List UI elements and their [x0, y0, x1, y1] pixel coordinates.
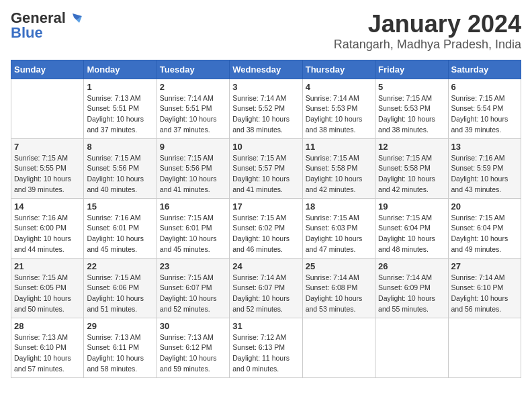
day-info: Sunrise: 7:13 AM Sunset: 5:51 PM Dayligh… — [87, 93, 153, 136]
day-number: 28 — [14, 321, 81, 331]
column-header-sunday: Sunday — [11, 60, 84, 79]
day-info: Sunrise: 7:13 AM Sunset: 6:11 PM Dayligh… — [87, 332, 153, 375]
day-number: 30 — [160, 321, 226, 331]
day-number: 3 — [232, 82, 299, 92]
day-info: Sunrise: 7:15 AM Sunset: 6:05 PM Dayligh… — [14, 273, 81, 315]
day-info: Sunrise: 7:14 AM Sunset: 6:08 PM Dayligh… — [306, 273, 372, 315]
calendar-cell: 16Sunrise: 7:15 AM Sunset: 6:01 PM Dayli… — [157, 198, 229, 258]
column-header-friday: Friday — [375, 60, 448, 79]
calendar-cell: 19Sunrise: 7:15 AM Sunset: 6:04 PM Dayli… — [375, 198, 448, 258]
day-info: Sunrise: 7:15 AM Sunset: 5:54 PM Dayligh… — [451, 93, 518, 136]
column-header-monday: Monday — [84, 60, 157, 79]
day-info: Sunrise: 7:12 AM Sunset: 6:13 PM Dayligh… — [232, 332, 299, 375]
day-info: Sunrise: 7:15 AM Sunset: 6:02 PM Dayligh… — [232, 213, 299, 255]
day-number: 20 — [451, 201, 518, 212]
day-number: 7 — [14, 142, 81, 152]
day-number: 27 — [451, 261, 518, 271]
month-title: January 2024 — [334, 11, 521, 38]
calendar-cell — [302, 318, 375, 377]
page-header: General Blue January 2024 Ratangarh, Mad… — [11, 11, 521, 52]
day-number: 9 — [160, 142, 226, 152]
calendar-week-row: 28Sunrise: 7:13 AM Sunset: 6:10 PM Dayli… — [11, 318, 521, 377]
calendar-week-row: 14Sunrise: 7:16 AM Sunset: 6:00 PM Dayli… — [11, 198, 521, 258]
day-number: 22 — [87, 261, 153, 271]
day-info: Sunrise: 7:16 AM Sunset: 6:01 PM Dayligh… — [87, 213, 153, 255]
calendar-cell: 12Sunrise: 7:15 AM Sunset: 5:58 PM Dayli… — [375, 138, 448, 198]
day-info: Sunrise: 7:14 AM Sunset: 5:52 PM Dayligh… — [232, 93, 299, 136]
calendar-week-row: 1Sunrise: 7:13 AM Sunset: 5:51 PM Daylig… — [11, 79, 521, 138]
day-info: Sunrise: 7:15 AM Sunset: 5:55 PM Dayligh… — [14, 153, 81, 195]
calendar-header-row: SundayMondayTuesdayWednesdayThursdayFrid… — [11, 60, 521, 79]
column-header-tuesday: Tuesday — [157, 60, 229, 79]
day-number: 10 — [232, 142, 299, 152]
logo-bird-icon — [67, 11, 82, 26]
day-number: 24 — [232, 261, 299, 271]
day-number: 25 — [306, 261, 372, 271]
day-info: Sunrise: 7:15 AM Sunset: 6:04 PM Dayligh… — [378, 213, 445, 255]
calendar-cell: 1Sunrise: 7:13 AM Sunset: 5:51 PM Daylig… — [84, 79, 157, 138]
calendar-cell: 3Sunrise: 7:14 AM Sunset: 5:52 PM Daylig… — [230, 79, 302, 138]
calendar-cell: 14Sunrise: 7:16 AM Sunset: 6:00 PM Dayli… — [11, 198, 84, 258]
column-header-wednesday: Wednesday — [230, 60, 302, 79]
calendar-cell: 31Sunrise: 7:12 AM Sunset: 6:13 PM Dayli… — [230, 318, 302, 377]
calendar-cell: 27Sunrise: 7:14 AM Sunset: 6:10 PM Dayli… — [448, 258, 521, 318]
day-number: 21 — [14, 261, 81, 271]
day-info: Sunrise: 7:15 AM Sunset: 6:04 PM Dayligh… — [451, 213, 518, 255]
day-number: 14 — [14, 201, 81, 212]
day-number: 29 — [87, 321, 153, 331]
calendar-cell: 7Sunrise: 7:15 AM Sunset: 5:55 PM Daylig… — [11, 138, 84, 198]
calendar-cell: 21Sunrise: 7:15 AM Sunset: 6:05 PM Dayli… — [11, 258, 84, 318]
calendar-cell: 5Sunrise: 7:15 AM Sunset: 5:53 PM Daylig… — [375, 79, 448, 138]
calendar-cell: 20Sunrise: 7:15 AM Sunset: 6:04 PM Dayli… — [448, 198, 521, 258]
day-number: 23 — [160, 261, 226, 271]
calendar-week-row: 21Sunrise: 7:15 AM Sunset: 6:05 PM Dayli… — [11, 258, 521, 318]
day-info: Sunrise: 7:16 AM Sunset: 6:00 PM Dayligh… — [14, 213, 81, 255]
day-info: Sunrise: 7:14 AM Sunset: 6:07 PM Dayligh… — [232, 273, 299, 315]
day-info: Sunrise: 7:15 AM Sunset: 6:03 PM Dayligh… — [306, 213, 372, 255]
day-info: Sunrise: 7:15 AM Sunset: 5:56 PM Dayligh… — [160, 153, 226, 195]
column-header-thursday: Thursday — [302, 60, 375, 79]
calendar-cell: 2Sunrise: 7:14 AM Sunset: 5:51 PM Daylig… — [157, 79, 229, 138]
calendar-cell: 13Sunrise: 7:16 AM Sunset: 5:59 PM Dayli… — [448, 138, 521, 198]
day-number: 26 — [378, 261, 445, 271]
day-info: Sunrise: 7:16 AM Sunset: 5:59 PM Dayligh… — [451, 153, 518, 195]
day-number: 6 — [451, 82, 518, 92]
calendar-cell: 17Sunrise: 7:15 AM Sunset: 6:02 PM Dayli… — [230, 198, 302, 258]
calendar-cell: 22Sunrise: 7:15 AM Sunset: 6:06 PM Dayli… — [84, 258, 157, 318]
calendar-cell: 6Sunrise: 7:15 AM Sunset: 5:54 PM Daylig… — [448, 79, 521, 138]
logo-general-text: General — [11, 11, 66, 26]
day-info: Sunrise: 7:15 AM Sunset: 6:07 PM Dayligh… — [160, 273, 226, 315]
calendar-cell: 24Sunrise: 7:14 AM Sunset: 6:07 PM Dayli… — [230, 258, 302, 318]
day-info: Sunrise: 7:15 AM Sunset: 5:58 PM Dayligh… — [378, 153, 445, 195]
day-number: 16 — [160, 201, 226, 212]
day-number: 13 — [451, 142, 518, 152]
day-number: 31 — [232, 321, 299, 331]
calendar-cell: 26Sunrise: 7:14 AM Sunset: 6:09 PM Dayli… — [375, 258, 448, 318]
calendar-cell: 23Sunrise: 7:15 AM Sunset: 6:07 PM Dayli… — [157, 258, 229, 318]
column-header-saturday: Saturday — [448, 60, 521, 79]
day-info: Sunrise: 7:15 AM Sunset: 6:06 PM Dayligh… — [87, 273, 153, 315]
calendar-cell: 18Sunrise: 7:15 AM Sunset: 6:03 PM Dayli… — [302, 198, 375, 258]
location-title: Ratangarh, Madhya Pradesh, India — [334, 38, 521, 52]
day-info: Sunrise: 7:14 AM Sunset: 6:09 PM Dayligh… — [378, 273, 445, 315]
day-info: Sunrise: 7:14 AM Sunset: 5:51 PM Dayligh… — [160, 93, 226, 136]
day-info: Sunrise: 7:13 AM Sunset: 6:12 PM Dayligh… — [160, 332, 226, 375]
day-info: Sunrise: 7:15 AM Sunset: 5:58 PM Dayligh… — [306, 153, 372, 195]
calendar-cell: 25Sunrise: 7:14 AM Sunset: 6:08 PM Dayli… — [302, 258, 375, 318]
day-number: 19 — [378, 201, 445, 212]
calendar-cell: 8Sunrise: 7:15 AM Sunset: 5:56 PM Daylig… — [84, 138, 157, 198]
calendar-cell — [375, 318, 448, 377]
calendar-cell: 10Sunrise: 7:15 AM Sunset: 5:57 PM Dayli… — [230, 138, 302, 198]
day-number: 17 — [232, 201, 299, 212]
calendar-cell: 15Sunrise: 7:16 AM Sunset: 6:01 PM Dayli… — [84, 198, 157, 258]
title-section: January 2024 Ratangarh, Madhya Pradesh, … — [334, 11, 521, 52]
day-number: 5 — [378, 82, 445, 92]
day-info: Sunrise: 7:15 AM Sunset: 5:57 PM Dayligh… — [232, 153, 299, 195]
calendar-table: SundayMondayTuesdayWednesdayThursdayFrid… — [11, 60, 521, 378]
calendar-cell: 29Sunrise: 7:13 AM Sunset: 6:11 PM Dayli… — [84, 318, 157, 377]
day-info: Sunrise: 7:14 AM Sunset: 5:53 PM Dayligh… — [306, 93, 372, 136]
day-info: Sunrise: 7:15 AM Sunset: 6:01 PM Dayligh… — [160, 213, 226, 255]
calendar-cell: 11Sunrise: 7:15 AM Sunset: 5:58 PM Dayli… — [302, 138, 375, 198]
day-number: 11 — [306, 142, 372, 152]
day-info: Sunrise: 7:13 AM Sunset: 6:10 PM Dayligh… — [14, 332, 81, 375]
